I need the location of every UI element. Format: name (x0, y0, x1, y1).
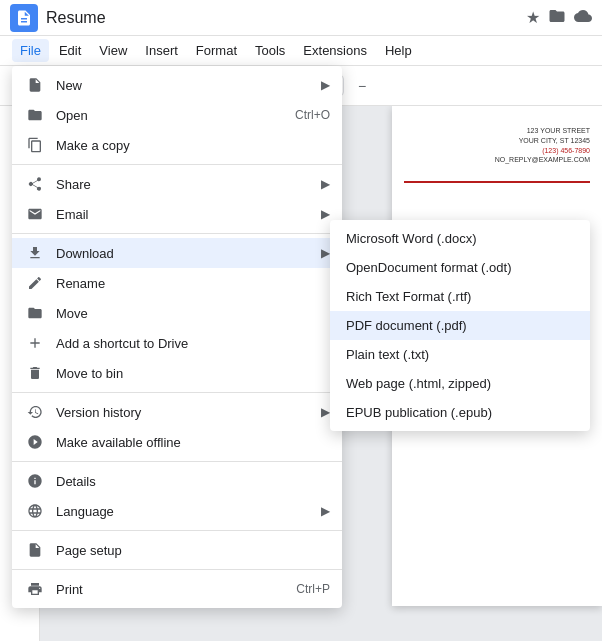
download-docx[interactable]: Microsoft Word (.docx) (330, 224, 590, 253)
offline-label: Make available offline (56, 435, 330, 450)
file-menu-make-copy[interactable]: Make a copy (12, 130, 342, 160)
download-label: Download (56, 246, 311, 261)
print-label: Print (56, 582, 286, 597)
file-menu: New ▶ Open Ctrl+O Make a copy Share ▶ Em… (12, 66, 342, 608)
open-icon (24, 107, 46, 123)
open-shortcut: Ctrl+O (295, 108, 330, 122)
file-menu-email[interactable]: Email ▶ (12, 199, 342, 229)
file-menu-bin[interactable]: Move to bin (12, 358, 342, 388)
move-label: Move (56, 306, 330, 321)
sep-after-offline (12, 461, 342, 462)
language-arrow: ▶ (321, 504, 330, 518)
email-arrow: ▶ (321, 207, 330, 221)
file-menu-pagesetup[interactable]: Page setup (12, 535, 342, 565)
move-icon (24, 305, 46, 321)
download-odt[interactable]: OpenDocument format (.odt) (330, 253, 590, 282)
language-icon (24, 503, 46, 519)
sep-after-language (12, 530, 342, 531)
make-copy-icon (24, 137, 46, 153)
file-menu-language[interactable]: Language ▶ (12, 496, 342, 526)
file-menu-new[interactable]: New ▶ (12, 70, 342, 100)
file-menu-shortcut[interactable]: Add a shortcut to Drive (12, 328, 342, 358)
open-label: Open (56, 108, 285, 123)
print-icon (24, 581, 46, 597)
email-icon (24, 206, 46, 222)
rename-icon (24, 275, 46, 291)
file-menu-print[interactable]: Print Ctrl+P (12, 574, 342, 604)
pagesetup-label: Page setup (56, 543, 330, 558)
file-menu-version[interactable]: Version history ▶ (12, 397, 342, 427)
details-icon (24, 473, 46, 489)
sep-after-bin (12, 392, 342, 393)
new-label: New (56, 78, 311, 93)
file-menu-move[interactable]: Move (12, 298, 342, 328)
menu-tools[interactable]: Tools (247, 39, 293, 62)
sep-after-pagesetup (12, 569, 342, 570)
version-arrow: ▶ (321, 405, 330, 419)
file-menu-download[interactable]: Download ▶ (12, 238, 342, 268)
new-icon (24, 77, 46, 93)
rename-label: Rename (56, 276, 330, 291)
star-icon[interactable]: ★ (526, 8, 540, 27)
download-arrow: ▶ (321, 246, 330, 260)
share-arrow: ▶ (321, 177, 330, 191)
share-icon (24, 176, 46, 192)
shortcut-label: Add a shortcut to Drive (56, 336, 330, 351)
paper-contact1: 123 YOUR STREET (404, 126, 590, 136)
download-epub[interactable]: EPUB publication (.epub) (330, 398, 590, 427)
shortcut-icon (24, 335, 46, 351)
download-html[interactable]: Web page (.html, zipped) (330, 369, 590, 398)
folder-icon[interactable] (548, 7, 566, 29)
file-menu-open[interactable]: Open Ctrl+O (12, 100, 342, 130)
app-icon (10, 4, 38, 32)
pagesetup-icon (24, 542, 46, 558)
download-icon (24, 245, 46, 261)
bin-label: Move to bin (56, 366, 330, 381)
file-menu-details[interactable]: Details (12, 466, 342, 496)
details-label: Details (56, 474, 330, 489)
menu-help[interactable]: Help (377, 39, 420, 62)
menu-format[interactable]: Format (188, 39, 245, 62)
download-txt[interactable]: Plain text (.txt) (330, 340, 590, 369)
share-label: Share (56, 177, 311, 192)
email-label: Email (56, 207, 311, 222)
version-icon (24, 404, 46, 420)
paper-contact2: YOUR CITY, ST 12345 (404, 136, 590, 146)
download-rtf[interactable]: Rich Text Format (.rtf) (330, 282, 590, 311)
font-size-minus[interactable]: − (348, 73, 376, 99)
bin-icon (24, 365, 46, 381)
sep-after-make-copy (12, 164, 342, 165)
file-menu-offline[interactable]: Make available offline (12, 427, 342, 457)
download-pdf[interactable]: PDF document (.pdf) (330, 311, 590, 340)
language-label: Language (56, 504, 311, 519)
title-icons: ★ (526, 7, 592, 29)
paper-contact4: NO_REPLY@EXAMPLE.COM (404, 155, 590, 165)
download-submenu: Microsoft Word (.docx)OpenDocument forma… (330, 220, 590, 431)
title-bar: Resume ★ (0, 0, 602, 36)
file-menu-rename[interactable]: Rename (12, 268, 342, 298)
file-menu-share[interactable]: Share ▶ (12, 169, 342, 199)
paper-contact3: (123) 456-7890 (404, 146, 590, 156)
menu-view[interactable]: View (91, 39, 135, 62)
offline-icon (24, 434, 46, 450)
version-label: Version history (56, 405, 311, 420)
doc-title: Resume (46, 9, 518, 27)
new-arrow: ▶ (321, 78, 330, 92)
menu-extensions[interactable]: Extensions (295, 39, 375, 62)
menu-file[interactable]: File (12, 39, 49, 62)
cloud-icon[interactable] (574, 7, 592, 29)
menu-edit[interactable]: Edit (51, 39, 89, 62)
print-shortcut: Ctrl+P (296, 582, 330, 596)
menu-bar: File Edit View Insert Format Tools Exten… (0, 36, 602, 66)
make-copy-label: Make a copy (56, 138, 330, 153)
menu-insert[interactable]: Insert (137, 39, 186, 62)
sep-after-email (12, 233, 342, 234)
